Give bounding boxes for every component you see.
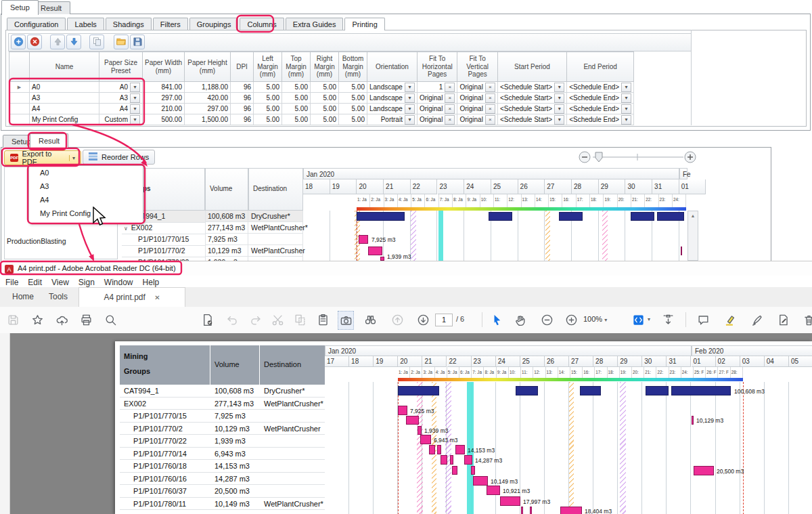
- cell-group[interactable]: P1/P101/770/2: [122, 245, 206, 257]
- cell-paper_width[interactable]: 210.00: [143, 104, 185, 114]
- duplicate-button[interactable]: [89, 35, 104, 49]
- cell-dpi[interactable]: 96: [231, 104, 254, 114]
- row-expander-icon[interactable]: ∨: [124, 226, 128, 232]
- cell-right[interactable]: 5.00: [311, 82, 339, 93]
- cell-top[interactable]: 5.00: [282, 82, 311, 93]
- export-dropdown-arrow-icon[interactable]: ▾: [69, 155, 75, 161]
- cell-volume[interactable]: 7,925 m3: [205, 234, 248, 245]
- dropdown-item-a0[interactable]: A0: [29, 166, 143, 179]
- subtab-columns[interactable]: Columns: [240, 18, 284, 30]
- cell-right[interactable]: 5.00: [311, 114, 339, 125]
- cell-paper_height[interactable]: 420.00: [185, 93, 231, 104]
- cell-destination[interactable]: WetPlantCrusher*: [248, 222, 303, 234]
- binoculars-button[interactable]: [363, 311, 378, 328]
- move-up-button[interactable]: [50, 35, 65, 49]
- fit-dropdown-arrow-icon[interactable]: ▾: [648, 316, 650, 322]
- fill-sign-button[interactable]: [775, 311, 790, 328]
- collapse-toolbar-button[interactable]: [660, 311, 675, 328]
- print-button[interactable]: [78, 311, 93, 328]
- pdf-side-strip[interactable]: [0, 333, 10, 514]
- cell-preset[interactable]: A3▾: [99, 93, 143, 104]
- cell-volume[interactable]: 100,608 m3: [205, 211, 248, 222]
- cell-left[interactable]: 5.00: [254, 104, 282, 114]
- cell-bottom[interactable]: 5.00: [339, 82, 367, 93]
- grid-row[interactable]: P1/P101/770/157,925 m3: [122, 234, 303, 245]
- gantt-bar-pink[interactable]: [359, 235, 368, 244]
- cell-group[interactable]: ∨EX002: [122, 222, 206, 234]
- gantt-bar-pink[interactable]: [368, 247, 382, 255]
- gantt-bar-pink[interactable]: [681, 247, 682, 255]
- cell-destination[interactable]: WetPlantCrusher: [248, 245, 303, 257]
- cell-top[interactable]: 5.00: [282, 93, 311, 104]
- subtab-labels[interactable]: Labels: [67, 18, 104, 30]
- cell-end[interactable]: <Schedule End>▾: [567, 114, 634, 125]
- cell-name[interactable]: A4: [30, 104, 99, 114]
- cell-start[interactable]: <Schedule Start>▾: [497, 82, 566, 93]
- page-down-button[interactable]: [415, 311, 430, 328]
- zoom-in-button[interactable]: [564, 311, 579, 328]
- cell-name[interactable]: A0: [30, 82, 99, 93]
- comment-button[interactable]: [696, 311, 710, 328]
- cell-start[interactable]: <Schedule Start>▾: [497, 114, 566, 125]
- cell-dpi[interactable]: 96: [231, 82, 254, 93]
- cell-paper_height[interactable]: 297.00: [185, 104, 231, 114]
- save-button[interactable]: [130, 35, 145, 49]
- clipboard-button[interactable]: [315, 311, 330, 328]
- subtab-shadings[interactable]: Shadings: [106, 18, 152, 30]
- open-button[interactable]: [114, 35, 129, 49]
- gantt-bar-navy[interactable]: [489, 212, 512, 221]
- cell-fit_h[interactable]: Original×: [417, 114, 457, 125]
- highlight-button[interactable]: [723, 311, 738, 328]
- move-down-button[interactable]: [66, 35, 81, 49]
- cell-fit_h[interactable]: Original×: [417, 104, 457, 114]
- cell-top[interactable]: 5.00: [282, 114, 311, 125]
- cell-volume[interactable]: 277,143 m3: [205, 222, 248, 234]
- cell-paper_width[interactable]: 500.00: [143, 114, 185, 125]
- cell-orientation[interactable]: Portrait▾: [367, 114, 418, 125]
- subtab-groupings[interactable]: Groupings: [189, 18, 239, 30]
- cell-paper_height[interactable]: 1,500.00: [185, 114, 231, 125]
- cell-fit_v[interactable]: Original×: [457, 93, 497, 104]
- grid-row[interactable]: CAT994_1100,608 m3DryCrusher*: [122, 211, 303, 222]
- delete-button[interactable]: [27, 35, 42, 49]
- cell-fit_v[interactable]: Original×: [457, 114, 497, 125]
- cell-left[interactable]: 5.00: [254, 93, 282, 104]
- trash-button[interactable]: [801, 311, 812, 328]
- cell-right[interactable]: 5.00: [311, 104, 339, 114]
- sign-ink-button[interactable]: [750, 311, 765, 328]
- zoom-out-button[interactable]: [539, 311, 554, 328]
- dropdown-item-my-print-config[interactable]: My Print Config: [29, 207, 143, 220]
- cell-fit_h[interactable]: 1×: [417, 82, 457, 93]
- cell-fit_v[interactable]: Original×: [457, 82, 497, 93]
- dropdown-item-a3[interactable]: A3: [29, 179, 143, 193]
- cell-right[interactable]: 5.00: [311, 93, 339, 104]
- grid-column-header-volume[interactable]: Volume: [205, 168, 248, 211]
- cell-left[interactable]: 5.00: [254, 82, 282, 93]
- cell-destination[interactable]: [248, 234, 303, 245]
- cell-bottom[interactable]: 5.00: [339, 104, 367, 114]
- cell-preset[interactable]: A0▾: [99, 82, 143, 93]
- timeline-zoom-slider[interactable]: [577, 150, 700, 164]
- grid-row[interactable]: ∨EX002277,143 m3WetPlantCrusher*: [122, 222, 303, 234]
- share-upload-button[interactable]: [54, 311, 69, 328]
- cell-volume[interactable]: 10,129 m3: [205, 245, 248, 257]
- subtab-configuration[interactable]: Configuration: [7, 18, 66, 30]
- cell-fit_v[interactable]: Original×: [457, 104, 497, 114]
- export-pdf-button[interactable]: PDF Export to PDF ▾: [4, 150, 81, 165]
- cell-orientation[interactable]: Landscape▾: [367, 82, 418, 93]
- gantt-bar-navy[interactable]: [559, 212, 583, 221]
- tab-result-2[interactable]: Result: [30, 133, 68, 148]
- gantt-bar-navy[interactable]: [357, 212, 405, 221]
- fit-page-button[interactable]: [631, 311, 646, 328]
- subtab-printing[interactable]: Printing: [344, 18, 384, 30]
- cell-dpi[interactable]: 96: [231, 114, 254, 125]
- tab-setup[interactable]: Setup: [1, 0, 39, 15]
- reorder-rows-button[interactable]: Reorder Rows: [83, 150, 155, 165]
- gantt-bar-navy[interactable]: [657, 212, 684, 221]
- cell-left[interactable]: 5.00: [254, 114, 282, 125]
- cell-orientation[interactable]: Landscape▾: [367, 93, 418, 104]
- cell-start[interactable]: <Schedule Start>▾: [497, 104, 566, 114]
- cell-top[interactable]: 5.00: [282, 104, 311, 114]
- request-sign-button[interactable]: [200, 311, 215, 328]
- add-button[interactable]: [11, 35, 26, 49]
